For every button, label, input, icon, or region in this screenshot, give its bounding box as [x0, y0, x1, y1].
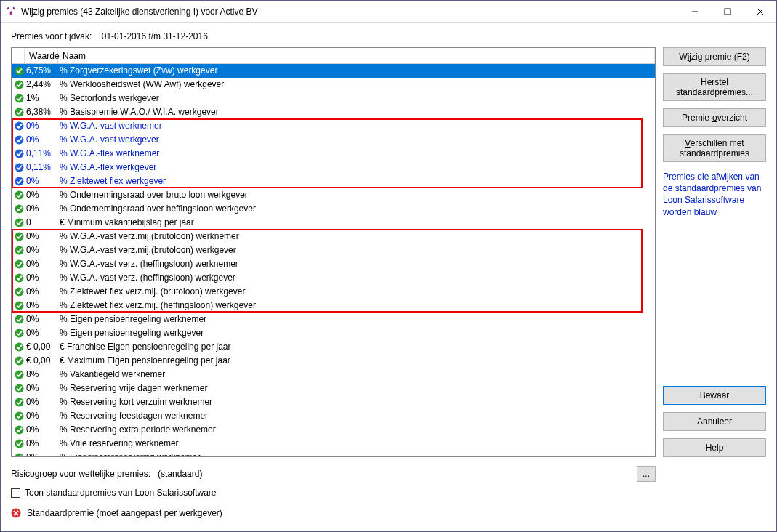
table-row[interactable]: 0%% Ziektewet flex verz.mij. (heffingslo… [12, 299, 655, 313]
table-row[interactable]: 6,38%% Basispremie W.A.O./ W.I.A. werkge… [12, 105, 655, 119]
row-value: 0% [25, 451, 58, 456]
col-icon[interactable] [12, 48, 25, 63]
table-row[interactable]: 0%% Ondernemingsraad over heffingsloon w… [12, 202, 655, 216]
table-row[interactable]: 0%% Reservering feestdagen werknemer [12, 409, 655, 423]
bottom-panel: Risicogroep voor wettelijke premies: (st… [11, 463, 766, 521]
list-header: Waarde Naam [12, 48, 655, 64]
dialog-window: Wijzig premies (43 Zakelijke dienstverle… [0, 0, 777, 532]
table-row[interactable]: 0%% Eigen pensioenregeling werknemer [12, 313, 655, 326]
risicogroep-row: Risicogroep voor wettelijke premies: (st… [11, 463, 766, 485]
table-row[interactable]: 0%% W.G.A.-vast werkgever [12, 133, 655, 147]
premie-overzicht-button[interactable]: Premie-overzicht [663, 108, 766, 127]
row-value: 0% [25, 133, 58, 147]
row-name: % Eigen pensioenregeling werknemer [58, 313, 655, 326]
row-name: % Vakantiegeld werknemer [58, 368, 655, 382]
table-row[interactable]: 8%% Vakantiegeld werknemer [12, 368, 655, 382]
row-value: 0% [25, 257, 58, 271]
row-name: % Reservering extra periode werknemer [58, 423, 655, 437]
check-ok-icon [12, 439, 25, 448]
table-row[interactable]: € 0,00€ Franchise Eigen pensioenregeling… [12, 340, 655, 354]
risicogroep-browse-button[interactable]: ... [637, 466, 656, 482]
table-row[interactable]: 0€ Minimum vakantiebijslag per jaar [12, 216, 655, 230]
table-row[interactable]: 0,11%% W.G.A.-flex werknemer [12, 147, 655, 161]
row-value: 0,11% [25, 161, 58, 174]
warning-row: Standaardpremie (moet aangepast per werk… [11, 505, 766, 521]
check-ok-icon [12, 273, 25, 283]
check-ok-icon [12, 425, 25, 435]
row-value: 0% [25, 285, 58, 299]
row-value: 0% [25, 395, 58, 409]
table-row[interactable]: € 0,00€ Maximum Eigen pensioenregeling p… [12, 354, 655, 368]
row-name: % Ondernemingsraad over bruto loon werkg… [58, 188, 655, 202]
col-name[interactable]: Naam [58, 48, 655, 63]
row-name: % Werkloosheidswet (WW Awf) werkgever [58, 78, 655, 92]
table-row[interactable]: 0,11%% W.G.A.-flex werkgever [12, 161, 655, 174]
row-name: % Reservering feestdagen werknemer [58, 409, 655, 423]
row-name: % Ziektewet flex werkgever [58, 174, 655, 188]
check-ok-icon [12, 384, 25, 393]
table-row[interactable]: 0%% Eindejaarsreservering werknemer [12, 451, 655, 456]
error-icon [11, 508, 21, 518]
table-row[interactable]: 0%% Reservering extra periode werknemer [12, 423, 655, 437]
col-value[interactable]: Waarde [25, 48, 58, 63]
period-value: 01-01-2016 t/m 31-12-2016 [102, 31, 208, 41]
toon-standaardpremies-checkbox[interactable] [11, 488, 20, 498]
check-ok-icon [12, 108, 25, 117]
row-name: % W.G.A.-vast verz.mij.(brutoloon) werkn… [58, 230, 655, 243]
table-row[interactable]: 0%% Ziektewet flex verz.mij. (brutoloon)… [12, 285, 655, 299]
row-value: 0% [25, 174, 58, 188]
table-row[interactable]: 0%% W.G.A.-vast verz. (heffingsloon) wer… [12, 271, 655, 285]
table-row[interactable]: 0%% Ziektewet flex werkgever [12, 174, 655, 188]
row-name: € Maximum Eigen pensioenregeling per jaa… [58, 354, 655, 368]
period-label-row: Premies voor tijdvak: 01-01-2016 t/m 31-… [11, 30, 766, 47]
table-row[interactable]: 0%% Eigen pensioenregeling werkgever [12, 326, 655, 340]
premies-list: Waarde Naam 6,75%% Zorgverzekeringswet (… [11, 47, 656, 457]
wijzig-premie-button[interactable]: Wijzig premie (F2) [663, 47, 766, 66]
table-row[interactable]: 0%% W.G.A.-vast werknemer [12, 119, 655, 133]
check-deviant-icon [12, 149, 25, 158]
check-ok-icon [12, 370, 25, 379]
window-title: Wijzig premies (43 Zakelijke dienstverle… [21, 7, 678, 17]
verschillen-button[interactable]: Verschillen met standaardpremies [663, 134, 766, 162]
table-row[interactable]: 6,75%% Zorgverzekeringswet (Zvw) werkgev… [12, 64, 655, 78]
check-ok-icon [12, 66, 25, 76]
row-value: 0 [25, 216, 58, 230]
check-ok-icon [12, 342, 25, 352]
list-body[interactable]: 6,75%% Zorgverzekeringswet (Zvw) werkgev… [12, 64, 655, 456]
herstel-standaardpremies-button[interactable]: Herstel standaardpremies... [663, 73, 766, 101]
check-ok-icon [12, 329, 25, 338]
help-button[interactable]: Help [663, 438, 766, 457]
row-value: 0% [25, 188, 58, 202]
app-icon [5, 6, 17, 17]
row-name: % W.G.A.-vast verz.mij.(brutoloon) werkg… [58, 243, 655, 257]
annuleer-button[interactable]: Annuleer [663, 412, 766, 431]
check-ok-icon [12, 356, 25, 366]
table-row[interactable]: 0%% W.G.A.-vast verz.mij.(brutoloon) wer… [12, 243, 655, 257]
bewaar-button[interactable]: Bewaar [663, 386, 766, 405]
titlebar: Wijzig premies (43 Zakelijke dienstverle… [1, 1, 776, 23]
row-value: 0% [25, 299, 58, 313]
maximize-button[interactable] [711, 1, 744, 23]
row-name: % W.G.A.-flex werknemer [58, 147, 655, 161]
row-value: 0% [25, 243, 58, 257]
check-ok-icon [12, 232, 25, 241]
table-row[interactable]: 0%% Reservering kort verzuim werknemer [12, 395, 655, 409]
row-value: 6,38% [25, 105, 58, 119]
row-value: 0% [25, 409, 58, 423]
table-row[interactable]: 0%% Reservering vrije dagen werknemer [12, 382, 655, 395]
row-name: % Ziektewet flex verz.mij. (brutoloon) w… [58, 285, 655, 299]
warning-text: Standaardpremie (moet aangepast per werk… [27, 508, 222, 518]
table-row[interactable]: 0%% W.G.A.-vast verz.mij.(brutoloon) wer… [12, 230, 655, 243]
row-name: % Zorgverzekeringswet (Zvw) werkgever [58, 64, 655, 78]
table-row[interactable]: 1%% Sectorfonds werkgever [12, 92, 655, 105]
row-name: % Ziektewet flex verz.mij. (heffingsloon… [58, 299, 655, 313]
table-row[interactable]: 0%% W.G.A.-vast verz. (heffingsloon) wer… [12, 257, 655, 271]
minimize-button[interactable] [678, 1, 711, 23]
table-row[interactable]: 0%% Vrije reservering werknemer [12, 437, 655, 451]
close-button[interactable] [744, 1, 776, 23]
row-value: 0% [25, 271, 58, 285]
row-value: 0% [25, 313, 58, 326]
table-row[interactable]: 0%% Ondernemingsraad over bruto loon wer… [12, 188, 655, 202]
table-row[interactable]: 2,44%% Werkloosheidswet (WW Awf) werkgev… [12, 78, 655, 92]
row-name: % Eigen pensioenregeling werkgever [58, 326, 655, 340]
